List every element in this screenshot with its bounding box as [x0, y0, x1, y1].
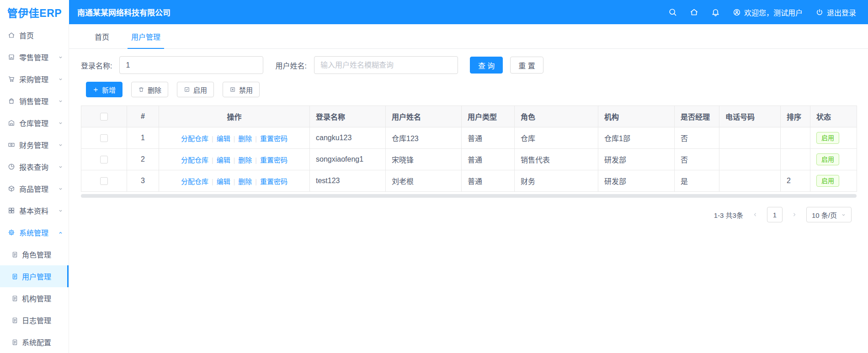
- cell-index: 2: [127, 149, 159, 170]
- warehouse-icon: [8, 119, 15, 126]
- chevron-down-icon: [58, 99, 63, 104]
- page-size-select[interactable]: 10 条/页: [806, 207, 852, 222]
- col-header-sort: 排序: [781, 106, 810, 127]
- sidebar-item-system-config[interactable]: 系统配置: [0, 331, 69, 353]
- cell-is-manager: 否: [675, 127, 719, 149]
- app-logo[interactable]: 管伊佳ERP: [0, 0, 69, 24]
- sidebar-item-org-management[interactable]: 机构管理: [0, 287, 69, 309]
- row-checkbox[interactable]: [100, 156, 108, 163]
- user-name-input[interactable]: [314, 56, 458, 74]
- sidebar-item-label: 财务管理: [19, 139, 58, 150]
- page-size-value: 10 条/页: [812, 210, 837, 220]
- edit-link[interactable]: 编辑: [217, 156, 230, 164]
- logout-button[interactable]: 退出登录: [815, 7, 856, 18]
- sidebar-item-purchase[interactable]: 采购管理: [0, 68, 69, 90]
- reset-password-link[interactable]: 重置密码: [260, 156, 288, 164]
- cell-user-type: 普通: [462, 149, 515, 170]
- table-row[interactable]: 1 分配仓库|编辑|删除|重置密码 cangku123 仓库123 普通 仓库 …: [81, 127, 857, 149]
- link-divider: |: [234, 135, 235, 142]
- cell-operations: 分配仓库|编辑|删除|重置密码: [159, 170, 310, 192]
- table-row[interactable]: 2 分配仓库|编辑|删除|重置密码 songxiaofeng1 宋晓锋 普通 销…: [81, 149, 857, 170]
- bell-icon[interactable]: [711, 8, 720, 16]
- row-checkbox[interactable]: [100, 134, 108, 142]
- login-name-input[interactable]: [119, 56, 263, 74]
- document-icon: [11, 295, 18, 302]
- table-header-row: # 操作 登录名称 用户姓名 用户类型 角色 机构 是否经理 电话号码 排序 状…: [81, 106, 857, 127]
- topbar-actions: 欢迎您，测试用户 退出登录: [668, 7, 868, 18]
- action-toolbar: 新增 删除 启用 禁用: [86, 82, 854, 97]
- cell-login-name: songxiaofeng1: [310, 149, 386, 170]
- page-1-button[interactable]: 1: [767, 207, 783, 222]
- col-header-user-type: 用户类型: [462, 106, 515, 127]
- sidebar-item-sales[interactable]: 销售管理: [0, 90, 69, 112]
- status-badge[interactable]: 启用: [816, 175, 839, 187]
- cell-index: 3: [127, 170, 159, 192]
- table-row[interactable]: 3 分配仓库|编辑|删除|重置密码 test123 刘老根 普通 财务 研发部 …: [81, 170, 857, 192]
- sidebar-item-log-management[interactable]: 日志管理: [0, 309, 69, 331]
- edit-link[interactable]: 编辑: [217, 135, 230, 142]
- add-button[interactable]: 新增: [86, 82, 122, 97]
- tab-home[interactable]: 首页: [84, 24, 120, 48]
- status-badge[interactable]: 启用: [816, 132, 839, 144]
- row-checkbox[interactable]: [100, 177, 108, 185]
- col-header-operation: 操作: [159, 106, 310, 127]
- prev-page-button[interactable]: [748, 207, 762, 222]
- horizontal-scrollbar[interactable]: [81, 194, 857, 198]
- cell-sort: 2: [781, 170, 810, 192]
- cell-role: 仓库: [515, 127, 598, 149]
- sidebar-item-retail[interactable]: 零售管理: [0, 46, 69, 68]
- sidebar-item-user-management[interactable]: 用户管理: [0, 265, 69, 287]
- search-form: 登录名称: 用户姓名: 查 询 重 置: [81, 56, 854, 74]
- sidebar-item-finance[interactable]: 财务管理: [0, 134, 69, 156]
- cell-phone: [719, 127, 781, 149]
- assign-warehouse-link[interactable]: 分配仓库: [181, 156, 208, 164]
- delete-link[interactable]: 删除: [238, 156, 252, 164]
- assign-warehouse-link[interactable]: 分配仓库: [181, 178, 208, 185]
- delete-button[interactable]: 删除: [131, 82, 168, 97]
- link-divider: |: [212, 135, 213, 142]
- reset-password-link[interactable]: 重置密码: [260, 135, 288, 142]
- sidebar-item-reports[interactable]: 报表查询: [0, 156, 69, 178]
- disable-button[interactable]: 禁用: [223, 82, 260, 97]
- cell-operations: 分配仓库|编辑|删除|重置密码: [159, 149, 310, 170]
- col-header-role: 角色: [515, 106, 598, 127]
- delete-link[interactable]: 删除: [238, 135, 252, 142]
- tab-user-management[interactable]: 用户管理: [120, 24, 171, 48]
- nav-home-icon[interactable]: [690, 8, 698, 16]
- sidebar-item-basic-data[interactable]: 基本资料: [0, 200, 69, 221]
- col-header-phone: 电话号码: [719, 106, 781, 127]
- cell-is-manager: 是: [675, 170, 719, 192]
- cell-phone: [719, 170, 781, 192]
- welcome-user[interactable]: 欢迎您，测试用户: [733, 7, 803, 18]
- search-icon[interactable]: [668, 8, 677, 16]
- cell-user-type: 普通: [462, 127, 515, 149]
- select-all-checkbox[interactable]: [100, 113, 108, 121]
- col-header-login-name: 登录名称: [310, 106, 386, 127]
- cell-org: 研发部: [598, 170, 675, 192]
- enable-button[interactable]: 启用: [177, 82, 214, 97]
- sidebar-item-goods[interactable]: 商品管理: [0, 178, 69, 200]
- sidebar-item-warehouse[interactable]: 仓库管理: [0, 112, 69, 134]
- assign-warehouse-link[interactable]: 分配仓库: [181, 135, 208, 142]
- next-page-button[interactable]: [788, 207, 801, 222]
- link-divider: |: [255, 135, 257, 142]
- welcome-text: 欢迎您，测试用户: [744, 7, 803, 18]
- reset-button[interactable]: 重 置: [510, 57, 543, 74]
- logout-icon: [815, 8, 824, 16]
- status-badge[interactable]: 启用: [816, 153, 839, 165]
- chevron-down-icon: [58, 55, 63, 60]
- chevron-down-icon: [58, 121, 63, 126]
- edit-link[interactable]: 编辑: [217, 178, 230, 185]
- user-icon: [733, 8, 741, 16]
- sidebar-item-label: 仓库管理: [19, 117, 58, 128]
- sidebar-item-system[interactable]: 系统管理: [0, 221, 69, 243]
- sidebar-item-role-management[interactable]: 角色管理: [0, 243, 69, 265]
- delete-link[interactable]: 删除: [238, 178, 252, 185]
- cell-phone: [719, 149, 781, 170]
- sidebar-item-label: 首页: [19, 30, 63, 41]
- link-divider: |: [212, 157, 213, 164]
- reset-password-link[interactable]: 重置密码: [260, 178, 288, 185]
- sidebar-item-home[interactable]: 首页: [0, 24, 69, 46]
- sidebar-item-label: 角色管理: [22, 249, 51, 260]
- query-button[interactable]: 查 询: [470, 57, 503, 74]
